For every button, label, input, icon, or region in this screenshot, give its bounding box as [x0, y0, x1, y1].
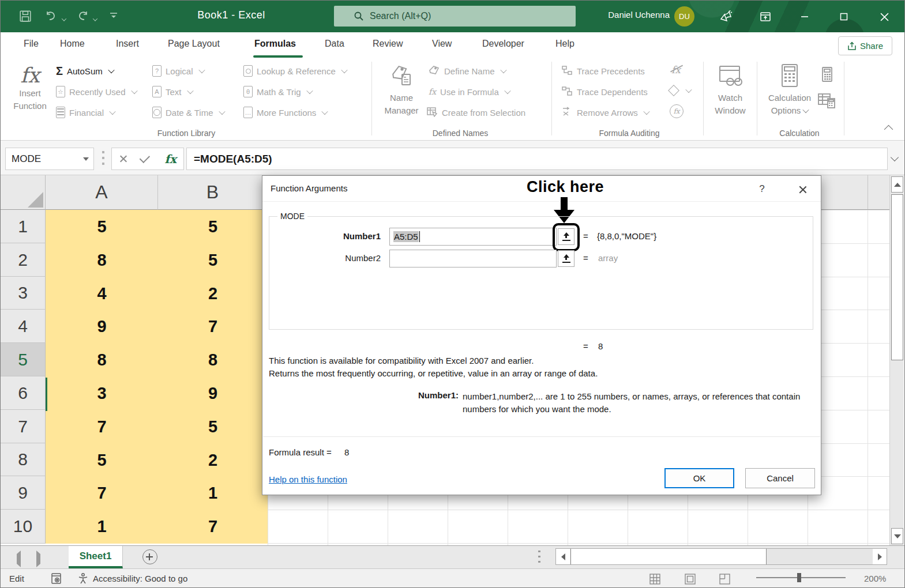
- tab-review[interactable]: Review: [373, 39, 403, 49]
- redo-dropdown-icon[interactable]: [91, 13, 97, 24]
- redo-icon[interactable]: [76, 10, 89, 25]
- page-break-preview-icon[interactable]: [719, 573, 731, 587]
- formula-input[interactable]: =MODE(A5:D5): [186, 148, 888, 170]
- avatar[interactable]: DU: [674, 6, 694, 27]
- data-row-1[interactable]: 55: [46, 210, 268, 243]
- data-row-2[interactable]: 85: [46, 243, 268, 277]
- lookup-reference-button[interactable]: Lookup & Reference: [243, 64, 347, 78]
- financial-button[interactable]: Financial: [56, 105, 115, 119]
- cancel-button[interactable]: Cancel: [745, 468, 815, 488]
- create-from-selection-button[interactable]: Create from Selection: [426, 105, 525, 119]
- user-name[interactable]: Daniel Uchenna: [595, 10, 670, 20]
- tab-view[interactable]: View: [432, 39, 452, 49]
- number2-collapse-dialog-button[interactable]: [558, 250, 574, 267]
- error-checking-icon[interactable]: [670, 84, 691, 97]
- scroll-right-icon[interactable]: [873, 549, 887, 564]
- formula-bar-splitter[interactable]: [102, 151, 104, 166]
- data-row-5[interactable]: 88: [46, 343, 268, 376]
- date-time-button[interactable]: Date & Time: [152, 105, 224, 119]
- insert-function-fx-icon[interactable]: fx: [164, 152, 177, 166]
- row-header-4[interactable]: 4: [1, 310, 46, 343]
- share-button[interactable]: Share: [838, 36, 892, 55]
- row-header-7[interactable]: 7: [1, 410, 46, 443]
- feedback-megaphone-icon[interactable]: [718, 9, 734, 25]
- data-row-8[interactable]: 52: [46, 443, 268, 477]
- remove-arrows-button[interactable]: Remove Arrows: [561, 105, 649, 119]
- search-input[interactable]: Search (Alt+Q): [334, 6, 576, 27]
- data-row-4[interactable]: 97: [46, 310, 268, 343]
- row-header-2[interactable]: 2: [1, 243, 46, 277]
- enter-entry-icon[interactable]: [140, 152, 150, 163]
- expand-formula-bar-icon[interactable]: [891, 153, 899, 161]
- sheet-nav-right-icon[interactable]: [36, 554, 40, 564]
- collapse-ribbon-icon[interactable]: [884, 125, 893, 134]
- macro-record-icon[interactable]: [50, 572, 62, 586]
- define-name-button[interactable]: Define Name: [429, 64, 506, 78]
- customize-quick-access-icon[interactable]: [109, 12, 118, 22]
- trace-precedents-button[interactable]: Trace Precedents: [561, 64, 645, 78]
- number1-input[interactable]: A5:D5: [389, 228, 557, 246]
- trace-dependents-button[interactable]: Trace Dependents: [561, 85, 648, 99]
- maximize-button[interactable]: [836, 9, 852, 25]
- tab-home[interactable]: Home: [60, 39, 85, 49]
- name-box-dropdown-icon[interactable]: [83, 157, 89, 161]
- text-button[interactable]: A Text: [152, 85, 193, 99]
- tab-page-layout[interactable]: Page Layout: [168, 39, 220, 49]
- new-sheet-icon[interactable]: [142, 549, 157, 564]
- more-functions-button[interactable]: … More Functions: [243, 105, 327, 119]
- accessibility-status[interactable]: Accessibility: Good to go: [93, 574, 187, 583]
- tab-help[interactable]: Help: [555, 39, 574, 49]
- data-row-7[interactable]: 75: [46, 410, 268, 443]
- insert-function-button[interactable]: fx Insert Function: [10, 64, 50, 112]
- row-header-8[interactable]: 8: [1, 443, 46, 476]
- recently-used-button[interactable]: ☆ Recently Used: [56, 85, 137, 99]
- data-row-3[interactable]: 42: [46, 277, 268, 310]
- save-icon[interactable]: [19, 10, 32, 25]
- horizontal-scroll-thumb[interactable]: [570, 549, 767, 564]
- vertical-scrollbar[interactable]: [889, 175, 904, 545]
- row-header-3[interactable]: 3: [1, 277, 46, 310]
- scroll-down-icon[interactable]: [891, 528, 903, 544]
- row-header-10[interactable]: 10: [1, 510, 46, 544]
- ok-button[interactable]: OK: [664, 468, 734, 488]
- accessibility-icon[interactable]: [77, 572, 89, 587]
- tab-insert[interactable]: Insert: [116, 39, 139, 49]
- vertical-scroll-thumb[interactable]: [891, 194, 903, 360]
- data-row-6[interactable]: 39: [46, 376, 268, 410]
- tab-scroll-splitter[interactable]: [538, 551, 540, 564]
- number2-input[interactable]: [389, 250, 557, 267]
- close-button[interactable]: [876, 9, 892, 25]
- horizontal-scrollbar[interactable]: [555, 548, 887, 565]
- calculate-now-icon[interactable]: [820, 66, 835, 85]
- row-header-6[interactable]: 6: [1, 376, 46, 410]
- zoom-level[interactable]: 200%: [864, 574, 886, 583]
- calculate-sheet-icon[interactable]: [817, 92, 836, 111]
- watch-window-button[interactable]: Watch Window: [705, 64, 755, 117]
- normal-view-icon[interactable]: [649, 573, 661, 587]
- help-on-function-link[interactable]: Help on this function: [269, 474, 347, 484]
- tab-data[interactable]: Data: [325, 39, 344, 49]
- tab-file[interactable]: File: [24, 39, 39, 49]
- dialog-close-icon[interactable]: [790, 180, 814, 198]
- autosum-button[interactable]: Σ AutoSum: [56, 64, 114, 78]
- name-manager-button[interactable]: Name Manager: [377, 64, 426, 117]
- row-header-9[interactable]: 9: [1, 476, 46, 510]
- undo-dropdown-icon[interactable]: [60, 13, 66, 24]
- row-header-1[interactable]: 1: [1, 210, 46, 243]
- page-layout-view-icon[interactable]: [684, 573, 696, 587]
- scroll-up-icon[interactable]: [891, 176, 903, 193]
- use-in-formula-button[interactable]: fx Use in Formula: [429, 85, 510, 99]
- data-row-9[interactable]: 71: [46, 476, 268, 510]
- undo-icon[interactable]: [44, 10, 58, 25]
- select-all-corner[interactable]: [1, 175, 46, 210]
- zoom-slider-thumb[interactable]: [797, 573, 801, 582]
- scroll-left-icon[interactable]: [556, 549, 570, 564]
- ribbon-display-options-icon[interactable]: [757, 9, 773, 25]
- data-row-10[interactable]: 17: [46, 510, 268, 543]
- name-box[interactable]: MODE: [5, 148, 94, 170]
- sheet-nav-left-icon[interactable]: [17, 554, 21, 564]
- tab-formulas[interactable]: Formulas: [254, 39, 296, 49]
- tab-developer[interactable]: Developer: [482, 39, 524, 49]
- row-header-5[interactable]: 5: [1, 343, 46, 376]
- math-trig-button[interactable]: θ Math & Trig: [243, 85, 312, 99]
